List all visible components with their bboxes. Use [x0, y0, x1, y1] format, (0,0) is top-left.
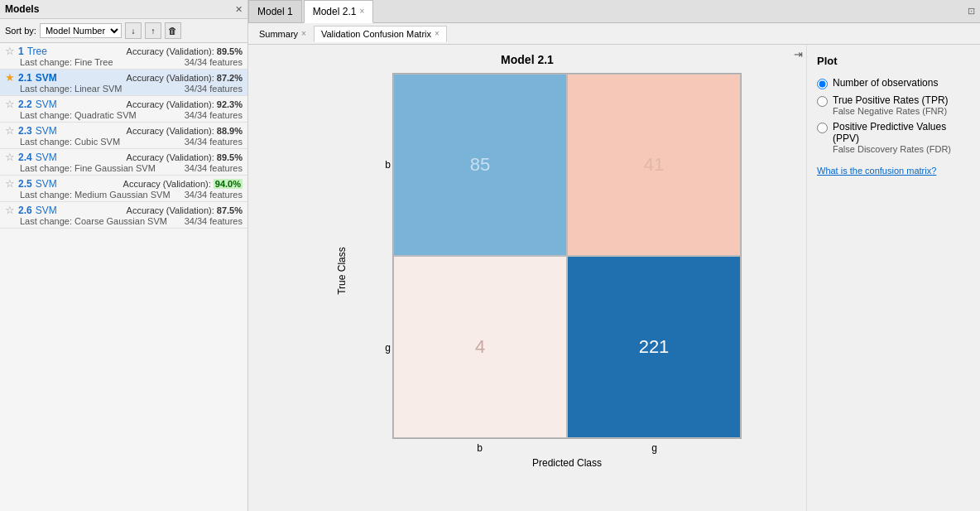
- model-item[interactable]: ☆ 2.4 SVM Accuracy (Validation): 89.5% L…: [0, 149, 247, 176]
- options-panel: Plot Number of observations True Positiv: [806, 45, 980, 511]
- y-axis-label: True Class: [336, 242, 348, 300]
- options-title: Plot: [817, 55, 970, 67]
- model-last-change: Last change: Quadratic SVM: [20, 110, 137, 120]
- matrix-row-top: 85 41: [393, 74, 741, 256]
- cell-true-g-pred-g: 221: [567, 256, 741, 438]
- matrix-grid-row: b g 85 4: [376, 73, 742, 439]
- model-type: SVM: [36, 125, 57, 137]
- radio-num-obs[interactable]: [817, 79, 828, 89]
- tab-validation-confusion-matrix[interactable]: Validation Confusion Matrix ×: [314, 26, 447, 42]
- model-item[interactable]: ☆ 2.3 SVM Accuracy (Validation): 88.9% L…: [0, 123, 247, 149]
- tab-model21-close-icon[interactable]: ×: [359, 7, 364, 16]
- cell-value-41: 41: [644, 154, 664, 176]
- model-item[interactable]: ☆ 2.2 SVM Accuracy (Validation): 92.3% L…: [0, 96, 247, 123]
- main-content: ⇥ Model 2.1 True Class b g: [248, 45, 980, 511]
- model-item-selected[interactable]: ★ 2.1 SVM Accuracy (Validation): 87.2% L…: [0, 70, 247, 96]
- model-row1: ☆ 2.2 SVM Accuracy (Validation): 92.3%: [5, 98, 243, 110]
- left-panel: Models ✕ Sort by: Model Number ↓ ↑ 🗑 ☆ 1…: [0, 0, 248, 511]
- model-type: SVM: [36, 205, 57, 216]
- help-link[interactable]: What is the confusion matrix?: [817, 166, 970, 176]
- tab-model21[interactable]: Model 2.1 ×: [304, 0, 374, 23]
- model-star-icon[interactable]: ☆: [5, 98, 15, 110]
- model-list: ☆ 1 Tree Accuracy (Validation): 89.5% La…: [0, 43, 247, 511]
- cell-true-b-pred-b: 85: [393, 74, 567, 256]
- tab-model1[interactable]: Model 1: [248, 0, 302, 23]
- model-row1: ☆ 2.3 SVM Accuracy (Validation): 88.9%: [5, 124, 243, 137]
- model-type: SVM: [36, 99, 57, 110]
- right-panel-close-icon[interactable]: ⊡: [968, 6, 975, 17]
- radio-label-ppv-fdr[interactable]: Positive Predictive Values (PPV) False D…: [817, 121, 970, 154]
- y-label-b: b: [376, 159, 391, 171]
- x-tick-labels: b g: [376, 442, 742, 454]
- confusion-matrix-grid: 85 41 4: [392, 73, 742, 439]
- radio-ppv-fdr[interactable]: [817, 123, 828, 133]
- delete-model-btn[interactable]: 🗑: [165, 22, 181, 39]
- model-item[interactable]: ☆ 2.6 SVM Accuracy (Validation): 87.5% L…: [0, 202, 247, 229]
- radio-main-ppv: Positive Predictive Values (PPV): [833, 121, 970, 144]
- model-type: SVM: [36, 152, 57, 163]
- radio-sub-fnr: False Negative Rates (FNR): [833, 106, 949, 116]
- chart-title: Model 2.1: [501, 53, 554, 66]
- sort-by-label: Sort by:: [5, 26, 36, 36]
- model-row2: Last change: Coarse Gaussian SVM 34/34 f…: [5, 216, 243, 226]
- sort-desc-btn[interactable]: ↓: [125, 22, 142, 39]
- model-row1: ☆ 2.6 SVM Accuracy (Validation): 87.5%: [5, 204, 243, 216]
- model-star-icon[interactable]: ☆: [5, 124, 15, 137]
- radio-label-num-obs[interactable]: Number of observations: [817, 77, 970, 89]
- left-panel-close-icon[interactable]: ✕: [235, 4, 243, 15]
- model-number: 2.3: [18, 125, 32, 137]
- model-accuracy: Accuracy (Validation): 88.9%: [127, 126, 243, 136]
- model-item[interactable]: ☆ 2.5 SVM Accuracy (Validation): 94.0% L…: [0, 176, 247, 202]
- radio-text-num-obs: Number of observations: [833, 77, 938, 89]
- model-item-left: ☆ 1 Tree: [5, 45, 47, 57]
- model-number: 2.1: [18, 72, 32, 84]
- model-number: 1: [18, 46, 24, 57]
- model-accuracy: Accuracy (Validation): 89.5%: [127, 46, 243, 56]
- model-star-icon[interactable]: ☆: [5, 204, 15, 216]
- model-number: 2.6: [18, 205, 32, 216]
- model-row2: Last change: Quadratic SVM 34/34 feature…: [5, 110, 243, 120]
- tab-summary-close-icon[interactable]: ×: [301, 29, 306, 38]
- app-container: Models ✕ Sort by: Model Number ↓ ↑ 🗑 ☆ 1…: [0, 0, 980, 511]
- model-star-icon[interactable]: ☆: [5, 151, 15, 163]
- tab-vcm-label: Validation Confusion Matrix: [321, 29, 431, 39]
- y-label-g: g: [376, 342, 391, 354]
- radio-text-ppv-fdr: Positive Predictive Values (PPV) False D…: [833, 121, 970, 154]
- x-label-b: b: [393, 442, 567, 454]
- model-features: 34/34 features: [185, 57, 243, 67]
- model-star-icon[interactable]: ★: [5, 71, 15, 84]
- model-features: 34/34 features: [185, 137, 243, 147]
- model-item-left: ☆ 2.5 SVM: [5, 177, 57, 190]
- model-item-left: ☆ 2.6 SVM: [5, 204, 57, 216]
- model-last-change: Last change: Coarse Gaussian SVM: [20, 216, 167, 226]
- cell-true-g-pred-b: 4: [393, 256, 567, 438]
- sort-bar: Sort by: Model Number ↓ ↑ 🗑: [0, 19, 247, 43]
- model-row2: Last change: Linear SVM 34/34 features: [5, 84, 243, 94]
- model-type: SVM: [36, 72, 57, 84]
- top-tab-bar: Model 1 Model 2.1 × ⊡: [248, 0, 980, 23]
- model-item-left: ☆ 2.3 SVM: [5, 124, 57, 137]
- model-row2: Last change: Fine Tree 34/34 features: [5, 57, 243, 67]
- tab-vcm-close-icon[interactable]: ×: [435, 29, 440, 38]
- radio-tpr-fnr[interactable]: [817, 96, 828, 107]
- export-icon[interactable]: ⇥: [794, 48, 803, 60]
- y-tick-labels: b g: [376, 73, 391, 439]
- sort-select[interactable]: Model Number: [40, 23, 122, 38]
- cell-value-221: 221: [639, 336, 670, 358]
- model-item-left: ☆ 2.4 SVM: [5, 151, 57, 163]
- sort-asc-btn[interactable]: ↑: [145, 22, 161, 39]
- model-features: 34/34 features: [185, 163, 243, 173]
- radio-main-num-obs: Number of observations: [833, 77, 938, 89]
- left-panel-header: Models ✕: [0, 0, 247, 19]
- radio-label-tpr-fnr[interactable]: True Positive Rates (TPR) False Negative…: [817, 94, 970, 116]
- model-star-icon[interactable]: ☆: [5, 177, 15, 190]
- model-row2: Last change: Medium Gaussian SVM 34/34 f…: [5, 190, 243, 200]
- model-star-icon[interactable]: ☆: [5, 45, 15, 57]
- model-last-change: Last change: Linear SVM: [20, 84, 122, 94]
- tab-summary[interactable]: Summary ×: [252, 26, 314, 42]
- model-accuracy: Accuracy (Validation): 87.2%: [127, 73, 243, 83]
- model-item[interactable]: ☆ 1 Tree Accuracy (Validation): 89.5% La…: [0, 43, 247, 70]
- model-features: 34/34 features: [185, 190, 243, 200]
- model-accuracy: Accuracy (Validation): 94.0%: [123, 179, 243, 189]
- model-item-left: ★ 2.1 SVM: [5, 71, 57, 84]
